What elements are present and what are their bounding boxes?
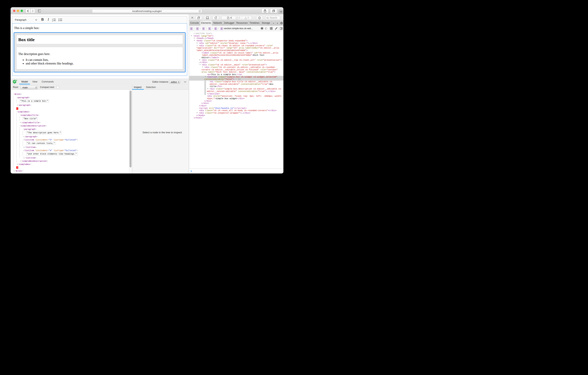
svg-text:2: 2 bbox=[52, 20, 53, 22]
svg-text:5: 5 bbox=[16, 80, 16, 81]
